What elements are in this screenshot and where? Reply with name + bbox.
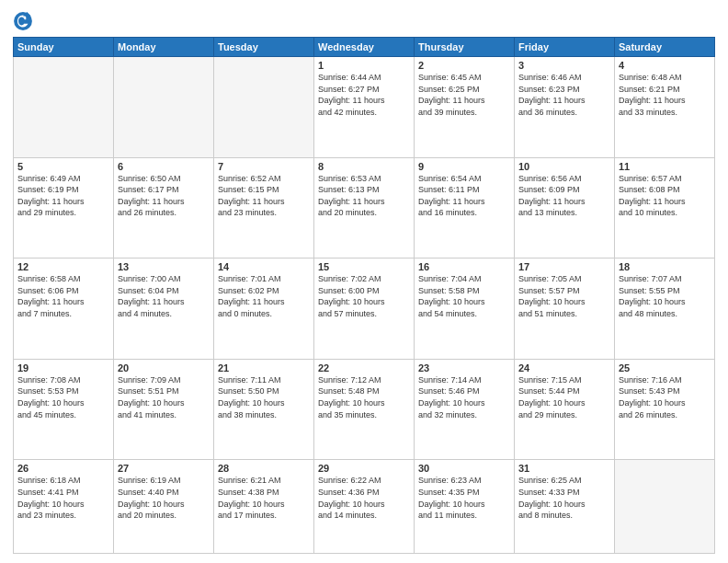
- day-number: 18: [619, 261, 711, 272]
- calendar-cell: 7Sunrise: 6:52 AM Sunset: 6:15 PM Daylig…: [214, 157, 314, 259]
- calendar-cell: 18Sunrise: 7:07 AM Sunset: 5:55 PM Dayli…: [615, 259, 715, 360]
- day-number: 9: [418, 161, 510, 172]
- day-info: Sunrise: 7:14 AM Sunset: 5:46 PM Dayligh…: [418, 374, 510, 420]
- day-number: 11: [619, 161, 711, 172]
- day-info: Sunrise: 7:11 AM Sunset: 5:50 PM Dayligh…: [218, 374, 310, 420]
- weekday-header-wednesday: Wednesday: [314, 38, 415, 57]
- day-number: 26: [17, 463, 109, 474]
- calendar-cell: 17Sunrise: 7:05 AM Sunset: 5:57 PM Dayli…: [515, 259, 615, 360]
- day-info: Sunrise: 6:46 AM Sunset: 6:23 PM Dayligh…: [518, 72, 610, 118]
- day-info: Sunrise: 7:15 AM Sunset: 5:44 PM Dayligh…: [518, 374, 610, 420]
- day-info: Sunrise: 6:57 AM Sunset: 6:08 PM Dayligh…: [619, 173, 711, 219]
- day-number: 31: [518, 463, 610, 474]
- day-number: 29: [318, 463, 410, 474]
- day-info: Sunrise: 6:52 AM Sunset: 6:15 PM Dayligh…: [218, 173, 310, 219]
- day-number: 6: [118, 161, 210, 172]
- day-info: Sunrise: 6:56 AM Sunset: 6:09 PM Dayligh…: [518, 173, 610, 219]
- calendar-cell: 20Sunrise: 7:09 AM Sunset: 5:51 PM Dayli…: [114, 359, 214, 460]
- day-number: 2: [418, 60, 510, 71]
- calendar-cell: 6Sunrise: 6:50 AM Sunset: 6:17 PM Daylig…: [114, 157, 214, 259]
- calendar-cell: 4Sunrise: 6:48 AM Sunset: 6:21 PM Daylig…: [615, 57, 715, 158]
- day-info: Sunrise: 7:07 AM Sunset: 5:55 PM Dayligh…: [619, 273, 711, 319]
- week-row-3: 12Sunrise: 6:58 AM Sunset: 6:06 PM Dayli…: [14, 259, 715, 360]
- calendar-cell: 25Sunrise: 7:16 AM Sunset: 5:43 PM Dayli…: [615, 359, 715, 460]
- day-info: Sunrise: 6:22 AM Sunset: 4:36 PM Dayligh…: [318, 475, 410, 521]
- day-info: Sunrise: 6:21 AM Sunset: 4:38 PM Dayligh…: [218, 475, 310, 521]
- logo-icon: [13, 11, 33, 31]
- calendar-cell: [214, 57, 314, 158]
- day-number: 16: [418, 261, 510, 272]
- day-info: Sunrise: 6:25 AM Sunset: 4:33 PM Dayligh…: [518, 475, 610, 521]
- day-number: 20: [118, 362, 210, 373]
- day-number: 5: [17, 161, 109, 172]
- calendar-cell: 31Sunrise: 6:25 AM Sunset: 4:33 PM Dayli…: [515, 460, 615, 554]
- day-info: Sunrise: 7:01 AM Sunset: 6:02 PM Dayligh…: [218, 273, 310, 319]
- calendar-cell: 2Sunrise: 6:45 AM Sunset: 6:25 PM Daylig…: [415, 57, 515, 158]
- calendar-cell: 3Sunrise: 6:46 AM Sunset: 6:23 PM Daylig…: [515, 57, 615, 158]
- calendar-cell: 11Sunrise: 6:57 AM Sunset: 6:08 PM Dayli…: [615, 157, 715, 259]
- day-number: 27: [118, 463, 210, 474]
- calendar-cell: 14Sunrise: 7:01 AM Sunset: 6:02 PM Dayli…: [214, 259, 314, 360]
- calendar-cell: 19Sunrise: 7:08 AM Sunset: 5:53 PM Dayli…: [14, 359, 114, 460]
- day-number: 30: [418, 463, 510, 474]
- day-info: Sunrise: 7:00 AM Sunset: 6:04 PM Dayligh…: [118, 273, 210, 319]
- day-number: 24: [518, 362, 610, 373]
- day-number: 19: [17, 362, 109, 373]
- day-info: Sunrise: 6:49 AM Sunset: 6:19 PM Dayligh…: [17, 173, 109, 219]
- calendar-cell: 28Sunrise: 6:21 AM Sunset: 4:38 PM Dayli…: [214, 460, 314, 554]
- day-number: 1: [318, 60, 410, 71]
- day-number: 7: [218, 161, 310, 172]
- day-info: Sunrise: 7:04 AM Sunset: 5:58 PM Dayligh…: [418, 273, 510, 319]
- week-row-4: 19Sunrise: 7:08 AM Sunset: 5:53 PM Dayli…: [14, 359, 715, 460]
- weekday-header-sunday: Sunday: [14, 38, 114, 57]
- day-number: 4: [619, 60, 711, 71]
- day-number: 22: [318, 362, 410, 373]
- weekday-header-friday: Friday: [515, 38, 615, 57]
- calendar-cell: [615, 460, 715, 554]
- calendar-cell: 13Sunrise: 7:00 AM Sunset: 6:04 PM Dayli…: [114, 259, 214, 360]
- day-number: 8: [318, 161, 410, 172]
- day-info: Sunrise: 7:05 AM Sunset: 5:57 PM Dayligh…: [518, 273, 610, 319]
- calendar-cell: 24Sunrise: 7:15 AM Sunset: 5:44 PM Dayli…: [515, 359, 615, 460]
- calendar-cell: 22Sunrise: 7:12 AM Sunset: 5:48 PM Dayli…: [314, 359, 415, 460]
- week-row-1: 1Sunrise: 6:44 AM Sunset: 6:27 PM Daylig…: [14, 57, 715, 158]
- day-info: Sunrise: 7:02 AM Sunset: 6:00 PM Dayligh…: [318, 273, 410, 319]
- week-row-2: 5Sunrise: 6:49 AM Sunset: 6:19 PM Daylig…: [14, 157, 715, 259]
- day-info: Sunrise: 6:23 AM Sunset: 4:35 PM Dayligh…: [418, 475, 510, 521]
- day-info: Sunrise: 6:54 AM Sunset: 6:11 PM Dayligh…: [418, 173, 510, 219]
- weekday-header-thursday: Thursday: [415, 38, 515, 57]
- day-info: Sunrise: 6:19 AM Sunset: 4:40 PM Dayligh…: [118, 475, 210, 521]
- calendar-cell: 21Sunrise: 7:11 AM Sunset: 5:50 PM Dayli…: [214, 359, 314, 460]
- day-number: 13: [118, 261, 210, 272]
- day-number: 28: [218, 463, 310, 474]
- day-info: Sunrise: 6:45 AM Sunset: 6:25 PM Dayligh…: [418, 72, 510, 118]
- calendar-cell: [14, 57, 114, 158]
- calendar-cell: [114, 57, 214, 158]
- day-info: Sunrise: 7:08 AM Sunset: 5:53 PM Dayligh…: [17, 374, 109, 420]
- day-number: 21: [218, 362, 310, 373]
- day-info: Sunrise: 6:53 AM Sunset: 6:13 PM Dayligh…: [318, 173, 410, 219]
- day-info: Sunrise: 6:18 AM Sunset: 4:41 PM Dayligh…: [17, 475, 109, 521]
- weekday-header-monday: Monday: [114, 38, 214, 57]
- calendar-cell: 5Sunrise: 6:49 AM Sunset: 6:19 PM Daylig…: [14, 157, 114, 259]
- weekday-header-saturday: Saturday: [615, 38, 715, 57]
- calendar-cell: 27Sunrise: 6:19 AM Sunset: 4:40 PM Dayli…: [114, 460, 214, 554]
- day-info: Sunrise: 7:12 AM Sunset: 5:48 PM Dayligh…: [318, 374, 410, 420]
- calendar-cell: 10Sunrise: 6:56 AM Sunset: 6:09 PM Dayli…: [515, 157, 615, 259]
- day-number: 12: [17, 261, 109, 272]
- calendar-cell: 16Sunrise: 7:04 AM Sunset: 5:58 PM Dayli…: [415, 259, 515, 360]
- week-row-5: 26Sunrise: 6:18 AM Sunset: 4:41 PM Dayli…: [14, 460, 715, 554]
- weekday-header-row: SundayMondayTuesdayWednesdayThursdayFrid…: [14, 38, 715, 57]
- day-number: 10: [518, 161, 610, 172]
- calendar-cell: 23Sunrise: 7:14 AM Sunset: 5:46 PM Dayli…: [415, 359, 515, 460]
- header: [13, 9, 715, 31]
- calendar-cell: 29Sunrise: 6:22 AM Sunset: 4:36 PM Dayli…: [314, 460, 415, 554]
- day-number: 15: [318, 261, 410, 272]
- day-number: 14: [218, 261, 310, 272]
- day-info: Sunrise: 7:09 AM Sunset: 5:51 PM Dayligh…: [118, 374, 210, 420]
- calendar-table: SundayMondayTuesdayWednesdayThursdayFrid…: [13, 37, 715, 554]
- calendar-page: SundayMondayTuesdayWednesdayThursdayFrid…: [0, 0, 728, 563]
- day-info: Sunrise: 7:16 AM Sunset: 5:43 PM Dayligh…: [619, 374, 711, 420]
- day-number: 17: [518, 261, 610, 272]
- calendar-cell: 12Sunrise: 6:58 AM Sunset: 6:06 PM Dayli…: [14, 259, 114, 360]
